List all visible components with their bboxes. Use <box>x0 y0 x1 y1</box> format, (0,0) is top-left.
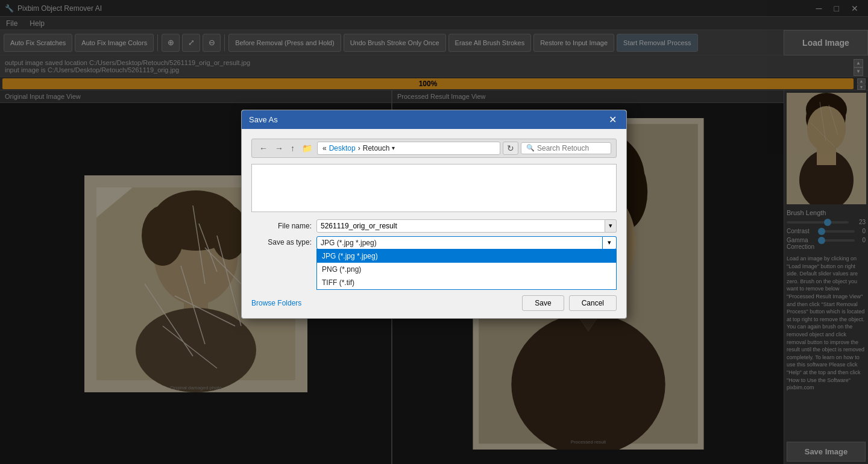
file-name-input[interactable] <box>316 219 605 233</box>
breadcrumb-arrow: « <box>322 144 327 152</box>
dialog-close-button[interactable]: ✕ <box>606 114 619 125</box>
nav-folder-button[interactable]: 📁 <box>300 142 315 154</box>
search-icon: 🔍 <box>526 144 535 152</box>
search-box: 🔍 <box>521 142 611 154</box>
file-name-label: File name: <box>251 222 312 230</box>
dialog-titlebar: Save As ✕ <box>242 110 626 129</box>
save-dialog: Save As ✕ ← → ↑ 📁 « Desktop › Retouch ▾ … <box>241 110 627 319</box>
save-type-dropdown-button[interactable]: ▾ <box>603 236 617 249</box>
nav-up-button[interactable]: ↑ <box>288 142 297 154</box>
nav-back-button[interactable]: ← <box>257 142 270 154</box>
nav-forward-button[interactable]: → <box>272 142 286 154</box>
breadcrumb: « Desktop › Retouch ▾ <box>317 142 500 155</box>
breadcrumb-sep: › <box>358 144 360 152</box>
dropdown-option-tiff[interactable]: TIFF (*.tif) <box>317 276 616 289</box>
browse-folders-link[interactable]: Browse Folders <box>251 299 301 307</box>
file-name-dropdown-button[interactable]: ▾ <box>605 219 617 233</box>
cancel-button[interactable]: Cancel <box>569 295 617 311</box>
dropdown-option-png[interactable]: PNG (*.png) <box>317 263 616 276</box>
search-input[interactable] <box>537 144 603 152</box>
save-button[interactable]: Save <box>522 295 564 311</box>
refresh-button[interactable]: ↻ <box>503 142 518 155</box>
dialog-overlay: Save As ✕ ← → ↑ 📁 « Desktop › Retouch ▾ … <box>0 0 868 464</box>
dialog-title: Save As <box>249 115 278 124</box>
breadcrumb-desktop[interactable]: Desktop <box>329 144 356 152</box>
save-type-dropdown: JPG (*.jpg *.jpeg) PNG (*.png) TIFF (*.t… <box>316 249 617 290</box>
file-name-row: File name: ▾ <box>251 219 617 233</box>
dropdown-option-jpg[interactable]: JPG (*.jpg *.jpeg) <box>317 249 616 263</box>
nav-bar: ← → ↑ 📁 « Desktop › Retouch ▾ ↻ 🔍 <box>251 139 617 158</box>
save-type-label: Save as type: <box>251 236 312 246</box>
file-area <box>251 164 617 212</box>
breadcrumb-retouch[interactable]: Retouch <box>363 144 390 152</box>
save-type-select[interactable]: JPG (*.jpg *.jpeg) <box>316 236 603 249</box>
save-type-row: Save as type: JPG (*.jpg *.jpeg) ▾ JPG (… <box>251 236 617 249</box>
dialog-body: ← → ↑ 📁 « Desktop › Retouch ▾ ↻ 🔍 <box>242 129 626 259</box>
breadcrumb-dropdown-button[interactable]: ▾ <box>392 145 395 151</box>
